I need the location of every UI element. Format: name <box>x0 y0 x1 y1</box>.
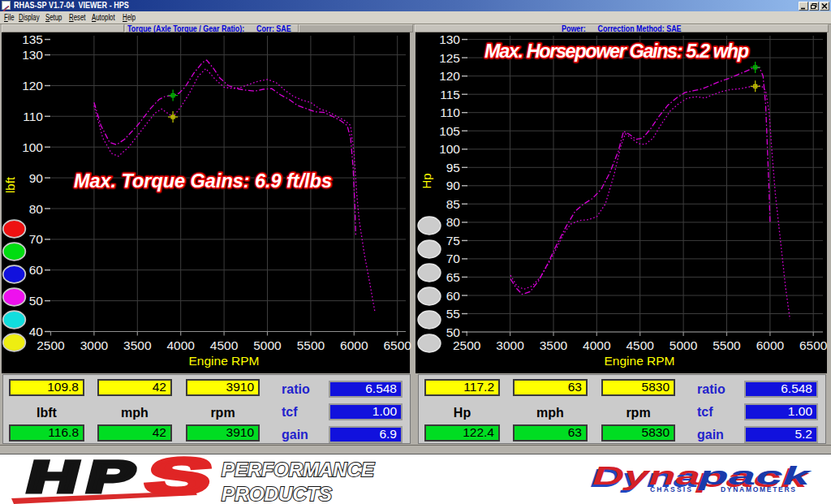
svg-text:6500: 6500 <box>383 338 411 352</box>
svg-text:3000: 3000 <box>80 338 109 352</box>
svg-text:80: 80 <box>29 202 44 216</box>
svg-text:135: 135 <box>22 32 43 46</box>
svg-text:70: 70 <box>446 252 461 265</box>
svg-text:3000: 3000 <box>496 338 524 352</box>
svg-text:4000: 4000 <box>166 338 195 352</box>
svg-text:70: 70 <box>29 232 44 246</box>
svg-text:5500: 5500 <box>297 338 325 352</box>
svg-text:5500: 5500 <box>713 338 741 352</box>
svg-text:110: 110 <box>23 110 43 123</box>
svg-text:130: 130 <box>439 32 460 46</box>
svg-text:Engine RPM: Engine RPM <box>604 354 674 368</box>
svg-text:60: 60 <box>29 263 44 277</box>
svg-text:2500: 2500 <box>453 338 481 352</box>
svg-text:Max. Torque Gains: 6.9 ft/lbs: Max. Torque Gains: 6.9 ft/lbs <box>74 170 332 192</box>
svg-text:Max. Horsepower Gains: 5.2 wh: Max. Horsepower Gains: 5.2 whp <box>484 41 749 62</box>
svg-text:90: 90 <box>29 171 44 185</box>
svg-text:115: 115 <box>440 88 460 101</box>
svg-text:130: 130 <box>22 48 43 62</box>
svg-text:lbft: lbft <box>3 176 17 193</box>
svg-text:4500: 4500 <box>210 338 239 352</box>
svg-text:120: 120 <box>439 69 460 83</box>
svg-text:CHASSIS: CHASSIS <box>650 485 693 493</box>
svg-text:120: 120 <box>22 79 43 93</box>
svg-text:40: 40 <box>29 325 44 338</box>
svg-text:6000: 6000 <box>756 338 785 352</box>
svg-text:HP: HP <box>22 454 149 501</box>
svg-text:90: 90 <box>446 179 461 192</box>
svg-text:100: 100 <box>22 140 43 154</box>
svg-text:95: 95 <box>446 161 460 174</box>
svg-text:125: 125 <box>439 51 460 65</box>
svg-text:S: S <box>140 454 218 504</box>
svg-text:6000: 6000 <box>340 338 368 352</box>
svg-text:80: 80 <box>446 215 461 229</box>
svg-text:85: 85 <box>446 197 460 211</box>
svg-text:50: 50 <box>29 294 44 308</box>
svg-text:3500: 3500 <box>123 338 152 352</box>
svg-text:4000: 4000 <box>583 338 611 352</box>
svg-text:Hp: Hp <box>420 173 433 188</box>
svg-text:5000: 5000 <box>670 338 698 352</box>
svg-text:4500: 4500 <box>626 338 654 352</box>
svg-text:6500: 6500 <box>799 338 828 352</box>
svg-text:PRODUCTS: PRODUCTS <box>222 484 333 504</box>
svg-text:2500: 2500 <box>37 338 65 352</box>
svg-text:75: 75 <box>446 234 460 248</box>
svg-text:DYNAMOMETERS: DYNAMOMETERS <box>721 485 797 493</box>
svg-text:3500: 3500 <box>540 338 568 352</box>
svg-text:100: 100 <box>439 142 460 156</box>
svg-text:50: 50 <box>446 325 461 339</box>
svg-text:105: 105 <box>439 124 460 138</box>
svg-text:60: 60 <box>446 289 461 303</box>
svg-text:65: 65 <box>446 270 460 284</box>
svg-text:PERFORMANCE: PERFORMANCE <box>222 459 375 480</box>
svg-text:110: 110 <box>440 106 460 119</box>
svg-text:Engine RPM: Engine RPM <box>188 354 259 368</box>
svg-text:5000: 5000 <box>253 338 282 352</box>
svg-text:55: 55 <box>446 307 460 321</box>
